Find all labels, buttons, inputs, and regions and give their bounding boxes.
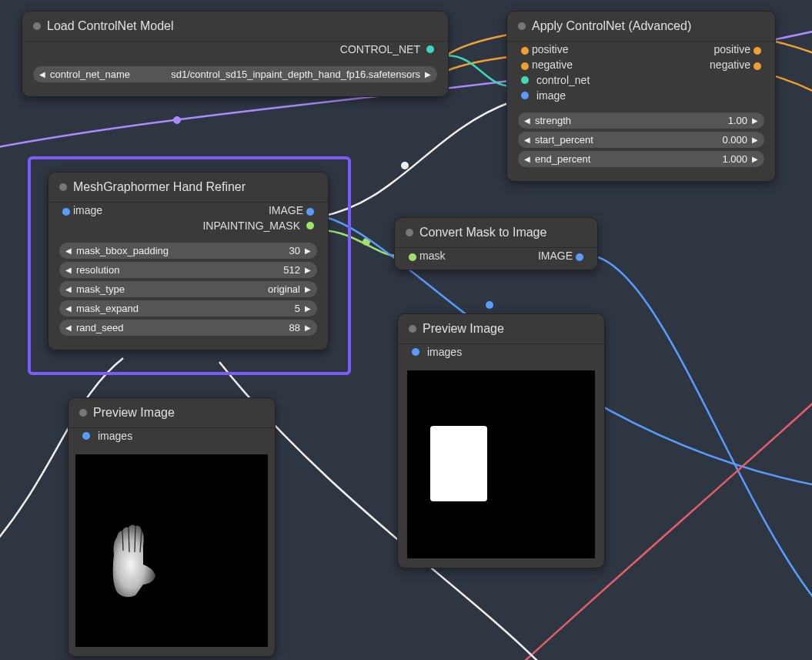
node-preview-image-mask[interactable]: Preview Image images <box>397 313 605 568</box>
chevron-left-icon[interactable]: ◀ <box>64 246 73 256</box>
node-apply-controlnet[interactable]: Apply ControlNet (Advanced) positive pos… <box>506 11 776 182</box>
output-label: CONTROL_NET <box>340 43 420 55</box>
input-port-image[interactable] <box>62 208 70 216</box>
node-title: Preview Image <box>93 406 175 420</box>
param-end-percent[interactable]: ◀ end_percent 1.000 ▶ <box>518 151 764 167</box>
collapse-dot-icon[interactable] <box>59 183 67 191</box>
chevron-right-icon[interactable]: ▶ <box>303 246 312 256</box>
chevron-left-icon[interactable]: ◀ <box>523 136 532 145</box>
node-header[interactable]: Preview Image <box>69 398 275 428</box>
output-port-image[interactable] <box>576 253 583 261</box>
svg-point-0 <box>173 116 181 124</box>
output-port-control-net[interactable] <box>426 45 434 53</box>
input-port-images[interactable] <box>82 432 90 440</box>
param-control-net-name[interactable]: ◀ control_net_name sd1/control_sd15_inpa… <box>33 66 437 82</box>
node-header[interactable]: Load ControlNet Model <box>22 12 448 42</box>
param-start-percent[interactable]: ◀ start_percent 0.000 ▶ <box>518 132 764 148</box>
chevron-right-icon[interactable]: ▶ <box>303 285 312 294</box>
chevron-left-icon[interactable]: ◀ <box>523 116 532 126</box>
chevron-right-icon[interactable]: ▶ <box>303 323 312 333</box>
preview-canvas <box>75 454 268 647</box>
node-header[interactable]: Preview Image <box>398 314 604 344</box>
collapse-dot-icon[interactable] <box>33 22 41 30</box>
node-preview-image-hand[interactable]: Preview Image images <box>68 397 276 657</box>
param-strength[interactable]: ◀ strength 1.00 ▶ <box>518 112 764 129</box>
output-port-image[interactable] <box>306 208 314 216</box>
node-load-controlnet[interactable]: Load ControlNet Model CONTROL_NET ◀ cont… <box>22 11 449 97</box>
preview-canvas <box>407 370 595 558</box>
chevron-right-icon[interactable]: ▶ <box>750 136 760 145</box>
input-port-control-net[interactable] <box>521 76 529 84</box>
node-header[interactable]: Apply ControlNet (Advanced) <box>507 12 775 42</box>
svg-point-1 <box>401 162 409 169</box>
chevron-right-icon[interactable]: ▶ <box>303 266 312 275</box>
chevron-right-icon[interactable]: ▶ <box>423 70 433 79</box>
chevron-left-icon[interactable]: ◀ <box>523 155 532 164</box>
input-port-mask[interactable] <box>409 253 416 261</box>
mask-region <box>430 426 487 501</box>
collapse-dot-icon[interactable] <box>409 325 416 333</box>
param-resolution[interactable]: ◀ resolution 512 ▶ <box>59 262 317 278</box>
chevron-left-icon[interactable]: ◀ <box>64 304 73 313</box>
output-port-negative[interactable] <box>754 62 761 70</box>
input-port-images[interactable] <box>412 348 419 356</box>
node-title: Convert Mask to Image <box>419 226 546 240</box>
chevron-right-icon[interactable]: ▶ <box>750 116 760 126</box>
collapse-dot-icon[interactable] <box>406 229 413 236</box>
output-port-positive[interactable] <box>754 47 761 55</box>
node-title: MeshGraphormer Hand Refiner <box>73 180 246 194</box>
chevron-left-icon[interactable]: ◀ <box>64 323 73 333</box>
node-title: Load ControlNet Model <box>47 19 174 33</box>
param-rand-seed[interactable]: ◀ rand_seed 88 ▶ <box>59 320 317 336</box>
node-title: Preview Image <box>423 322 504 336</box>
node-meshgraphormer[interactable]: MeshGraphormer Hand Refiner image IMAGE … <box>48 172 329 350</box>
collapse-dot-icon[interactable] <box>518 22 526 30</box>
chevron-left-icon[interactable]: ◀ <box>64 285 73 294</box>
svg-point-3 <box>486 301 493 309</box>
output-port-inpainting-mask[interactable] <box>306 222 314 229</box>
param-mask-bbox-padding[interactable]: ◀ mask_bbox_padding 30 ▶ <box>59 243 317 259</box>
input-port-negative[interactable] <box>521 62 529 70</box>
param-mask-type[interactable]: ◀ mask_type original ▶ <box>59 281 317 297</box>
node-header[interactable]: MeshGraphormer Hand Refiner <box>48 173 328 203</box>
node-convert-mask[interactable]: Convert Mask to Image mask IMAGE <box>394 217 598 270</box>
hand-depth-icon <box>99 520 160 601</box>
input-port-positive[interactable] <box>521 47 529 55</box>
input-port-image[interactable] <box>521 92 529 99</box>
chevron-left-icon[interactable]: ◀ <box>64 266 73 275</box>
chevron-right-icon[interactable]: ▶ <box>303 304 312 313</box>
node-header[interactable]: Convert Mask to Image <box>395 218 597 248</box>
collapse-dot-icon[interactable] <box>79 409 87 417</box>
node-title: Apply ControlNet (Advanced) <box>532 19 691 33</box>
chevron-left-icon[interactable]: ◀ <box>38 70 47 79</box>
chevron-right-icon[interactable]: ▶ <box>750 155 760 164</box>
svg-point-2 <box>363 238 370 246</box>
param-mask-expand[interactable]: ◀ mask_expand 5 ▶ <box>59 300 317 317</box>
